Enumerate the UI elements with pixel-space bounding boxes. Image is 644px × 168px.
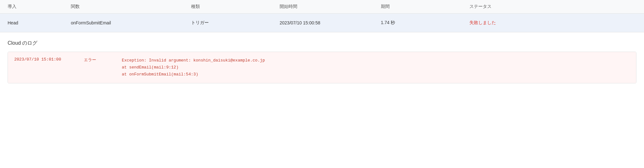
- cell-type: トリガー: [191, 20, 280, 26]
- page-container: 導入 関数 種類 開始時間 期間 ステータス Head onFormSubmit…: [0, 0, 644, 83]
- cell-deploy: Head: [8, 20, 71, 25]
- table-header: 導入 関数 種類 開始時間 期間 ステータス: [0, 0, 644, 14]
- log-section-title: Cloud のログ: [0, 32, 644, 52]
- header-deploy: 導入: [8, 4, 71, 10]
- header-duration: 期間: [381, 4, 469, 10]
- cell-function: onFormSubmitEmail: [71, 20, 191, 25]
- header-function: 関数: [71, 4, 191, 10]
- cell-duration: 1.74 秒: [381, 20, 469, 26]
- log-message: Exception: Invalid argument: konshin_dai…: [122, 57, 630, 78]
- log-row: 2023/07/10 15:01:00 エラー Exception: Inval…: [8, 52, 636, 83]
- header-status: ステータス: [469, 4, 636, 10]
- header-start-time: 開始時間: [280, 4, 381, 10]
- header-type: 種類: [191, 4, 280, 10]
- log-timestamp: 2023/07/10 15:01:00: [14, 57, 84, 62]
- cell-start-time: 2023/07/10 15:00:58: [280, 20, 381, 25]
- log-container: 2023/07/10 15:01:00 エラー Exception: Inval…: [8, 52, 636, 83]
- cell-status: 失敗しました: [469, 20, 636, 26]
- table-row: Head onFormSubmitEmail トリガー 2023/07/10 1…: [0, 14, 644, 32]
- log-level: エラー: [84, 57, 122, 63]
